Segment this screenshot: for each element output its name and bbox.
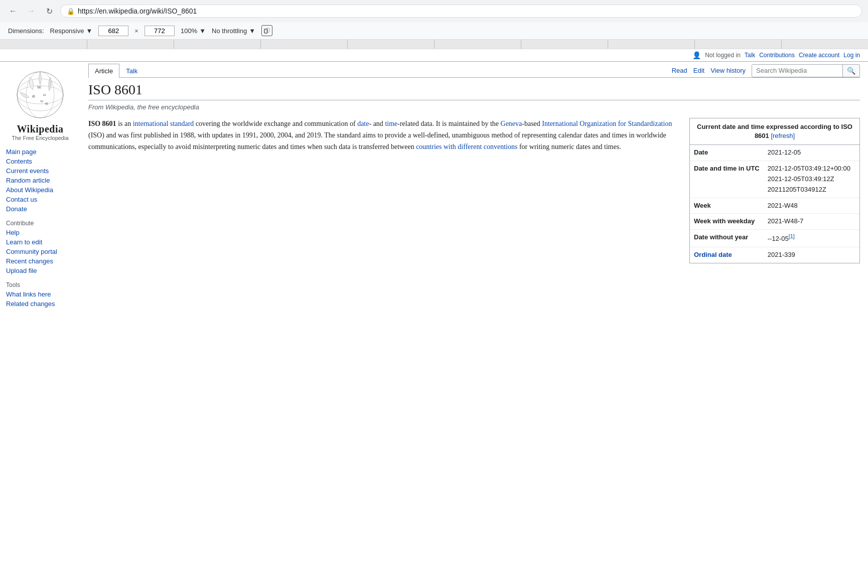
dimensions-separator: × bbox=[134, 27, 138, 35]
create-account-link[interactable]: Create account bbox=[799, 52, 839, 59]
infobox-refresh-link[interactable]: [refresh] bbox=[771, 132, 795, 139]
sidebar-tools-nav: What links here Related changes bbox=[4, 289, 76, 309]
infobox-label-date: Date bbox=[690, 145, 764, 161]
zoom-label: 100% bbox=[181, 27, 197, 35]
infobox-label-ordinal: Ordinal date bbox=[690, 247, 764, 263]
zoom-dropdown[interactable]: 100% ▼ bbox=[181, 27, 206, 35]
tools-section-label: Tools bbox=[6, 281, 74, 288]
action-edit[interactable]: Edit bbox=[693, 67, 704, 74]
infobox-row-week: Week 2021-W48 bbox=[690, 198, 859, 214]
sidebar-item-upload-file[interactable]: Upload file bbox=[4, 266, 76, 275]
sidebar-item-random-article[interactable]: Random article bbox=[4, 176, 76, 185]
responsive-dropdown[interactable]: Responsive ▼ bbox=[50, 27, 93, 35]
infobox-row-date: Date 2021-12-05 bbox=[690, 145, 859, 161]
contributions-link[interactable]: Contributions bbox=[759, 52, 795, 59]
wiki-content-tabs: Article Talk Read Edit View history 🔍 bbox=[88, 62, 860, 78]
search-button[interactable]: 🔍 bbox=[842, 65, 859, 77]
back-button[interactable]: ← bbox=[6, 4, 20, 18]
responsive-label: Responsive bbox=[50, 27, 84, 35]
international-standard-link[interactable]: international standard bbox=[133, 120, 194, 127]
infobox-row-datetime: Date and time in UTC 2021-12-05T03:49:12… bbox=[690, 161, 859, 198]
wiki-header-top: 👤 Not logged in Talk Contributions Creat… bbox=[0, 49, 868, 62]
infobox-label-week-weekday: Week with weekday bbox=[690, 214, 764, 230]
infobox-value-week-weekday: 2021-W48-7 bbox=[764, 214, 859, 230]
sidebar-item-contact[interactable]: Contact us bbox=[4, 195, 76, 204]
date-link[interactable]: date bbox=[357, 120, 369, 127]
svg-text:W: W bbox=[37, 85, 42, 90]
infobox-row-week-weekday: Week with weekday 2021-W48-7 bbox=[690, 214, 859, 230]
svg-text:維: 維 bbox=[32, 95, 35, 98]
contribute-section-label: Contribute bbox=[6, 220, 74, 227]
sidebar-contribute-nav: Help Learn to edit Community portal Rece… bbox=[4, 228, 76, 275]
article-title: ISO 8601 bbox=[88, 78, 860, 100]
width-input[interactable]: 682 bbox=[98, 26, 128, 36]
wiki-logo-subtitle: The Free Encyclopedia bbox=[4, 135, 76, 141]
infobox-label-date-no-year: Date without year bbox=[690, 230, 764, 247]
wiki-article-text: Current date and time expressed accordin… bbox=[88, 118, 860, 271]
wiki-main: W Ω 維 W 纬 Wikipedia The Free Encyclopedi… bbox=[0, 62, 868, 323]
dimensions-label: Dimensions: bbox=[8, 27, 44, 35]
ordinal-date-link[interactable]: Ordinal date bbox=[694, 251, 732, 258]
tab-talk[interactable]: Talk bbox=[119, 64, 144, 78]
sidebar-item-community-portal[interactable]: Community portal bbox=[4, 247, 76, 256]
infobox-title: Current date and time expressed accordin… bbox=[690, 118, 859, 145]
sidebar-item-contents[interactable]: Contents bbox=[4, 157, 76, 166]
time-link[interactable]: time bbox=[385, 120, 397, 127]
infobox-label-week: Week bbox=[690, 198, 764, 214]
geneva-link[interactable]: Geneva bbox=[501, 120, 522, 127]
action-view-history[interactable]: View history bbox=[710, 67, 746, 74]
devtools-bar: Dimensions: Responsive ▼ 682 × 772 100% … bbox=[0, 22, 868, 40]
sidebar-item-help[interactable]: Help bbox=[4, 228, 76, 237]
sidebar-item-donate[interactable]: Donate bbox=[4, 204, 76, 214]
responsive-chevron: ▼ bbox=[86, 27, 92, 35]
browser-toolbar: ← → ↻ 🔒 https://en.wikipedia.org/wiki/IS… bbox=[0, 0, 868, 22]
height-input[interactable]: 772 bbox=[144, 26, 175, 36]
sidebar-item-what-links-here[interactable]: What links here bbox=[4, 289, 76, 299]
throttling-dropdown[interactable]: No throttling ▼ bbox=[212, 27, 255, 35]
sidebar-item-recent-changes[interactable]: Recent changes bbox=[4, 256, 76, 266]
wiki-logo-title: Wikipedia bbox=[4, 123, 76, 135]
address-bar[interactable]: 🔒 https://en.wikipedia.org/wiki/ISO_8601 bbox=[60, 5, 862, 18]
throttling-chevron: ▼ bbox=[249, 27, 255, 35]
infobox-table: Date 2021-12-05 Date and time in UTC 202… bbox=[690, 145, 859, 263]
browser-chrome: ← → ↻ 🔒 https://en.wikipedia.org/wiki/IS… bbox=[0, 0, 868, 49]
search-input[interactable] bbox=[752, 65, 842, 76]
viewport-indicators bbox=[0, 40, 868, 49]
refresh-button[interactable]: ↻ bbox=[42, 4, 56, 18]
sidebar-item-learn-to-edit[interactable]: Learn to edit bbox=[4, 237, 76, 247]
wikipedia-globe-logo: W Ω 維 W 纬 bbox=[15, 70, 65, 120]
svg-text:纬: 纬 bbox=[45, 102, 48, 105]
user-icon: 👤 bbox=[692, 51, 701, 59]
wiki-article-body: Current date and time expressed accordin… bbox=[88, 118, 860, 271]
sidebar-item-main-page[interactable]: Main page bbox=[4, 147, 76, 157]
url-text: https://en.wikipedia.org/wiki/ISO_8601 bbox=[78, 7, 855, 15]
forward-button[interactable]: → bbox=[24, 4, 38, 18]
rotate-button[interactable] bbox=[261, 25, 272, 36]
action-read[interactable]: Read bbox=[672, 67, 687, 74]
infobox-value-date-no-year: --12-05[1] bbox=[764, 230, 859, 247]
wiki-content-area: Article Talk Read Edit View history 🔍 IS… bbox=[80, 62, 868, 323]
throttling-label: No throttling bbox=[212, 27, 247, 35]
infobox-row-date-no-year: Date without year --12-05[1] bbox=[690, 230, 859, 247]
lock-icon: 🔒 bbox=[67, 8, 75, 15]
not-logged-in-text: Not logged in bbox=[705, 52, 741, 59]
svg-rect-1 bbox=[266, 28, 269, 32]
infobox-value-week: 2021-W48 bbox=[764, 198, 859, 214]
footnote-1-link[interactable]: [1] bbox=[789, 233, 795, 239]
talk-link[interactable]: Talk bbox=[745, 52, 755, 59]
wiki-page: 👤 Not logged in Talk Contributions Creat… bbox=[0, 49, 868, 501]
svg-rect-0 bbox=[264, 29, 267, 33]
wiki-search-box: 🔍 bbox=[752, 64, 860, 77]
sidebar-item-current-events[interactable]: Current events bbox=[4, 166, 76, 176]
tab-article[interactable]: Article bbox=[88, 64, 119, 78]
log-in-link[interactable]: Log in bbox=[843, 52, 860, 59]
wiki-actions: Read Edit View history bbox=[672, 67, 746, 74]
infobox-row-ordinal: Ordinal date 2021-339 bbox=[690, 247, 859, 263]
sidebar-item-about[interactable]: About Wikipedia bbox=[4, 185, 76, 195]
svg-text:W: W bbox=[40, 99, 44, 103]
sidebar-item-related-changes[interactable]: Related changes bbox=[4, 299, 76, 309]
svg-text:Ω: Ω bbox=[43, 93, 46, 97]
iso-link[interactable]: International Organization for Standardi… bbox=[542, 120, 672, 127]
wiki-logo-area: W Ω 維 W 纬 Wikipedia The Free Encyclopedi… bbox=[4, 70, 76, 141]
countries-conventions-link[interactable]: countries with different conventions bbox=[416, 143, 517, 151]
